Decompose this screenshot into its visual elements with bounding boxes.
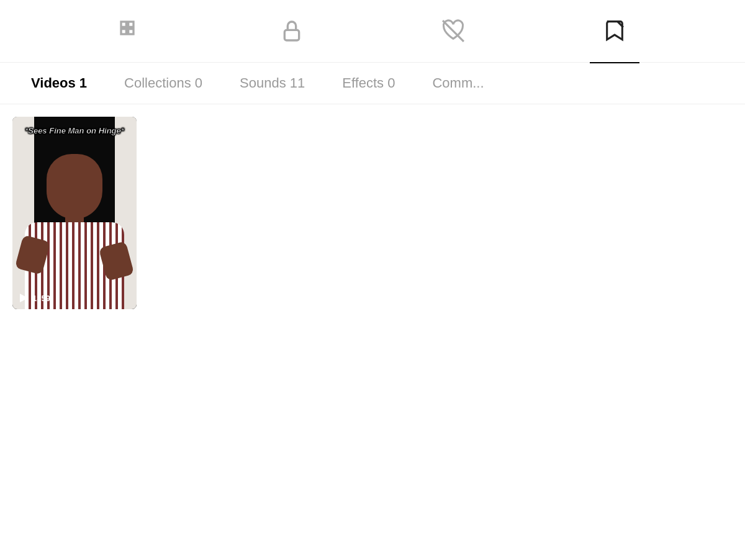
video-stats: 1359 (19, 293, 50, 303)
nav-liked[interactable] (428, 12, 478, 50)
svg-marker-7 (20, 294, 28, 302)
content-area: *Sees Fine Man on Hinge* 1359 (0, 104, 745, 322)
svg-rect-3 (129, 29, 133, 34)
nav-saved[interactable] (590, 12, 639, 50)
tab-videos[interactable]: Videos 1 (12, 63, 106, 104)
nav-grid[interactable] (106, 12, 155, 50)
liked-icon (441, 19, 466, 43)
tab-comments[interactable]: Comm... (413, 63, 502, 104)
svg-rect-2 (121, 29, 126, 34)
icon-nav (0, 0, 745, 63)
svg-rect-0 (121, 22, 126, 27)
lock-icon (279, 19, 304, 43)
tab-sounds[interactable]: Sounds 11 (221, 63, 323, 104)
video-thumbnail: *Sees Fine Man on Hinge* 1359 (12, 117, 137, 309)
tab-collections[interactable]: Collections 0 (106, 63, 221, 104)
grid-icon (118, 19, 143, 43)
video-card[interactable]: *Sees Fine Man on Hinge* 1359 (12, 117, 137, 309)
nav-lock[interactable] (267, 12, 317, 50)
svg-rect-1 (129, 22, 133, 27)
saved-icon (602, 19, 627, 43)
tab-effects[interactable]: Effects 0 (323, 63, 413, 104)
video-overlay-text: *Sees Fine Man on Hinge* (19, 126, 130, 137)
play-icon (19, 293, 29, 303)
face (47, 154, 102, 219)
svg-rect-4 (284, 30, 299, 40)
play-count: 1359 (32, 294, 50, 303)
tab-bar: Videos 1 Collections 0 Sounds 11 Effects… (0, 63, 745, 104)
